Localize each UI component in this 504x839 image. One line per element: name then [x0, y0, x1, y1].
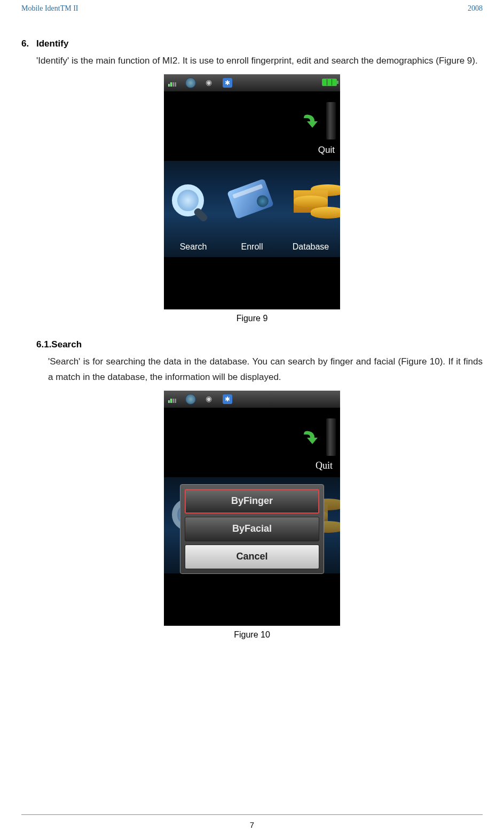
- wifi-icon: [204, 78, 214, 88]
- quit-arrow-icon: [302, 429, 321, 448]
- card-icon: [227, 178, 274, 219]
- bluetooth-icon: ✱: [223, 394, 232, 404]
- section-6-1-para: 'Search' is for searching the data in th…: [48, 354, 483, 385]
- quit-button[interactable]: Quit: [318, 145, 335, 156]
- section-6-heading: 6.Identify: [21, 38, 483, 49]
- door-icon: [326, 102, 336, 139]
- signal-icon: [168, 395, 177, 403]
- menu-enroll-label: Enroll: [223, 242, 281, 252]
- section-6-1-heading: 6.1.Search: [36, 339, 483, 350]
- header-right: 2008: [468, 4, 483, 13]
- header-left: Mobile IdentTM II: [21, 4, 78, 13]
- byfacial-button[interactable]: ByFacial: [185, 517, 319, 541]
- section-6-number: 6.: [21, 38, 36, 49]
- section-6-para: 'Identify' is the main function of MI2. …: [36, 53, 483, 69]
- menu-search-label: Search: [164, 242, 223, 252]
- menu-database[interactable]: Database: [282, 180, 340, 252]
- quit-arrow-icon: [302, 113, 321, 132]
- figure-9-caption: Figure 9: [21, 314, 483, 323]
- quit-button[interactable]: Quit: [316, 460, 333, 471]
- menu-database-label: Database: [282, 242, 340, 252]
- section-6-1-title: Search: [51, 339, 82, 349]
- cancel-button[interactable]: Cancel: [185, 545, 319, 569]
- menu-enroll[interactable]: Enroll: [223, 177, 281, 252]
- section-6-1-number: 6.1.: [36, 339, 51, 349]
- database-icon: [294, 184, 328, 219]
- bluetooth-icon: ✱: [223, 78, 232, 88]
- figure-10-caption: Figure 10: [21, 630, 483, 640]
- page-number: 7: [21, 814, 483, 829]
- figure-10-screenshot: ✱ Quit S ase: [164, 391, 340, 626]
- battery-icon: [322, 79, 337, 86]
- search-dialog: ByFinger ByFacial Cancel: [180, 484, 324, 574]
- status-bar: ✱: [164, 391, 340, 408]
- menu-search[interactable]: Search: [164, 184, 223, 252]
- magnifier-icon: [172, 184, 204, 216]
- section-6-title: Identify: [36, 38, 68, 49]
- globe-icon: [185, 394, 196, 405]
- wifi-icon: [204, 394, 214, 404]
- door-icon: [326, 418, 336, 456]
- byfinger-button[interactable]: ByFinger: [185, 489, 319, 514]
- globe-icon: [185, 77, 196, 88]
- status-bar: ✱: [164, 74, 340, 91]
- figure-9-screenshot: ✱ Quit Search Enroll: [164, 74, 340, 309]
- signal-icon: [168, 79, 177, 87]
